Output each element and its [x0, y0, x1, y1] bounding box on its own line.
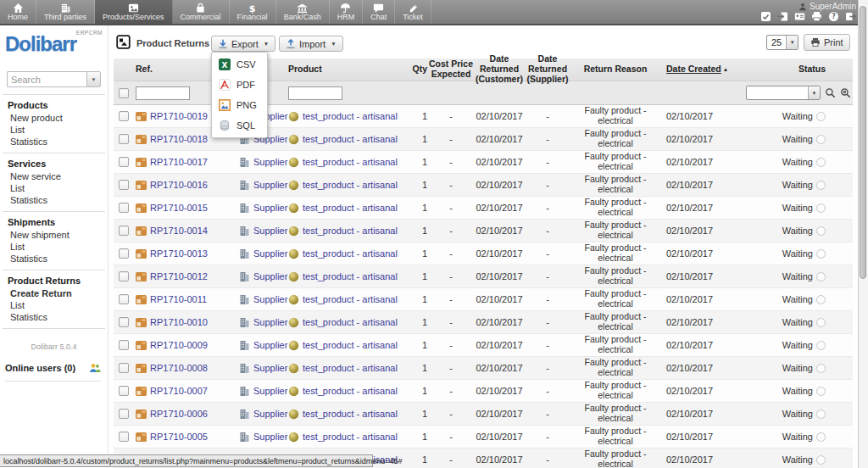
- header-return-reason[interactable]: Return Reason: [570, 64, 661, 75]
- product-link[interactable]: test_product - artisanal: [303, 386, 398, 396]
- supplier-link[interactable]: Supplier 1: [253, 226, 288, 236]
- ref-link[interactable]: RP1710-0015: [150, 203, 208, 213]
- search-filter-icon[interactable]: [825, 87, 836, 98]
- ref-link[interactable]: RP1710-0012: [150, 271, 208, 281]
- topnav-tab-home[interactable]: Home: [0, 0, 36, 24]
- sidebar-item-products-list[interactable]: List: [3, 124, 105, 136]
- supplier-link[interactable]: Supplier 1: [253, 363, 288, 373]
- user-menu[interactable]: SuperAdmin: [798, 2, 856, 11]
- row-checkbox[interactable]: [119, 432, 129, 442]
- row-checkbox[interactable]: [119, 157, 129, 167]
- product-link[interactable]: test_product - artisanal: [303, 248, 398, 259]
- product-link[interactable]: test_product - artisanal: [303, 340, 398, 350]
- clear-filter-icon[interactable]: [840, 87, 851, 98]
- sidebar-section-title-products[interactable]: Products: [3, 98, 105, 112]
- product-link[interactable]: test_product - artisanal: [303, 271, 398, 281]
- sidebar-item-product-returns-statistics[interactable]: Statistics: [3, 311, 105, 323]
- header-date-returned-supplier[interactable]: Date Returned (Supplier): [526, 54, 570, 84]
- filter-ref-input[interactable]: [136, 86, 190, 100]
- sidebar-item-shipments-statistics[interactable]: Statistics: [3, 253, 105, 265]
- product-link[interactable]: test_product - artisanal: [303, 134, 398, 144]
- topnav-tab-commercial[interactable]: Commercial: [173, 0, 230, 24]
- supplier-link[interactable]: Supplier 1: [253, 157, 288, 167]
- select-all-checkbox[interactable]: [119, 88, 129, 98]
- sidebar-item-shipments-list[interactable]: List: [3, 241, 105, 253]
- topnav-tab-financial[interactable]: $Financial: [230, 0, 276, 24]
- product-link[interactable]: test_product - artisanal: [303, 157, 398, 167]
- logo[interactable]: Dolibarr ERPCRM: [5, 32, 103, 63]
- sidebar-section-title-services[interactable]: Services: [3, 157, 105, 170]
- supplier-link[interactable]: Supplier 1: [253, 340, 288, 350]
- supplier-link[interactable]: Supplier 1: [253, 317, 288, 327]
- sidebar-item-services-new-service[interactable]: New service: [3, 170, 105, 182]
- row-checkbox[interactable]: [119, 409, 129, 419]
- header-product[interactable]: Product: [288, 64, 410, 75]
- topnav-tab-hrm[interactable]: HRM: [330, 0, 364, 24]
- header-status[interactable]: Status: [741, 64, 853, 75]
- topnav-tab-ticket[interactable]: Ticket: [395, 0, 431, 24]
- ref-link[interactable]: RP1710-0011: [150, 294, 207, 304]
- help-icon[interactable]: ?: [828, 11, 839, 22]
- product-link[interactable]: test_product - artisanal: [303, 317, 398, 327]
- product-link[interactable]: test_product - artisanal: [303, 294, 398, 304]
- header-date-created[interactable]: Date Created ▲: [661, 64, 741, 75]
- supplier-link[interactable]: Supplier 1: [253, 248, 288, 259]
- paste-icon[interactable]: [777, 11, 788, 22]
- sidebar-item-products-new-product[interactable]: New product: [3, 112, 105, 124]
- row-checkbox[interactable]: [119, 294, 129, 304]
- topnav-tab-bank-cash[interactable]: Bank/Cash: [276, 0, 330, 24]
- row-checkbox[interactable]: [119, 226, 129, 236]
- row-checkbox[interactable]: [119, 363, 129, 373]
- row-checkbox[interactable]: [119, 317, 129, 327]
- header-date-created-label[interactable]: Date Created: [666, 64, 721, 75]
- ref-link[interactable]: RP1710-0010: [150, 317, 208, 327]
- row-checkbox[interactable]: [119, 180, 129, 190]
- export-option-pdf[interactable]: PDF: [212, 75, 267, 95]
- export-option-csv[interactable]: XCSV: [212, 54, 267, 75]
- sidebar-item-product-returns-create-return[interactable]: Create Return: [3, 287, 105, 299]
- product-link[interactable]: test_product - artisanal: [303, 226, 398, 236]
- export-option-sql[interactable]: SQL: [212, 115, 267, 136]
- ref-link[interactable]: RP1710-0005: [150, 432, 208, 442]
- check-icon[interactable]: [760, 11, 771, 22]
- ref-link[interactable]: RP1710-0017: [150, 157, 208, 167]
- export-option-png[interactable]: PNG: [212, 95, 267, 115]
- supplier-link[interactable]: Supplier 1: [253, 386, 288, 396]
- sidebar-item-services-list[interactable]: List: [3, 182, 105, 194]
- topnav-tab-chat[interactable]: Chat: [363, 0, 395, 24]
- vcard-icon[interactable]: [794, 11, 805, 22]
- header-cost-price-expected[interactable]: Cost Price Expected: [429, 59, 473, 80]
- ref-link[interactable]: RP1710-0014: [150, 226, 208, 236]
- print-button[interactable]: Print: [804, 34, 850, 51]
- row-checkbox[interactable]: [119, 203, 129, 213]
- supplier-link[interactable]: Supplier 1: [253, 432, 288, 442]
- row-checkbox[interactable]: [119, 111, 129, 121]
- page-size-select[interactable]: 25 ▼: [766, 35, 798, 50]
- product-link[interactable]: test_product - artisanal: [303, 432, 398, 442]
- topnav-tab-third-parties[interactable]: Third parties: [36, 0, 95, 24]
- product-link[interactable]: test_product - artisanal: [303, 111, 398, 121]
- supplier-link[interactable]: Supplier 1: [253, 409, 288, 419]
- supplier-link[interactable]: Supplier 1: [253, 294, 288, 304]
- row-checkbox[interactable]: [119, 248, 129, 259]
- ref-link[interactable]: RP1710-0016: [150, 180, 208, 190]
- header-qty[interactable]: Qty: [410, 64, 429, 75]
- sidebar-section-title-shipments[interactable]: Shipments: [3, 215, 105, 229]
- supplier-link[interactable]: Supplier 1: [253, 271, 288, 281]
- product-link[interactable]: test_product - artisanal: [303, 203, 398, 213]
- topnav-tab-products-services[interactable]: Products/Services: [95, 0, 173, 24]
- ref-link[interactable]: RP1710-0013: [150, 248, 208, 259]
- search-input[interactable]: [7, 71, 86, 87]
- print-small-icon[interactable]: [811, 11, 822, 22]
- row-checkbox[interactable]: [119, 386, 129, 396]
- ref-link[interactable]: RP1710-0019: [150, 111, 208, 121]
- row-checkbox[interactable]: [119, 134, 129, 144]
- export-button[interactable]: Export ▼: [211, 36, 275, 52]
- supplier-link[interactable]: Supplier 1: [253, 203, 288, 213]
- ref-link[interactable]: RP1710-0009: [150, 340, 208, 350]
- product-link[interactable]: test_product - artisanal: [303, 363, 398, 373]
- sidebar-section-title-product-returns[interactable]: Product Returns: [3, 274, 105, 287]
- row-checkbox[interactable]: [119, 340, 129, 350]
- search-dropdown-button[interactable]: ▼: [86, 71, 101, 87]
- product-link[interactable]: test_product - artisanal: [303, 180, 398, 190]
